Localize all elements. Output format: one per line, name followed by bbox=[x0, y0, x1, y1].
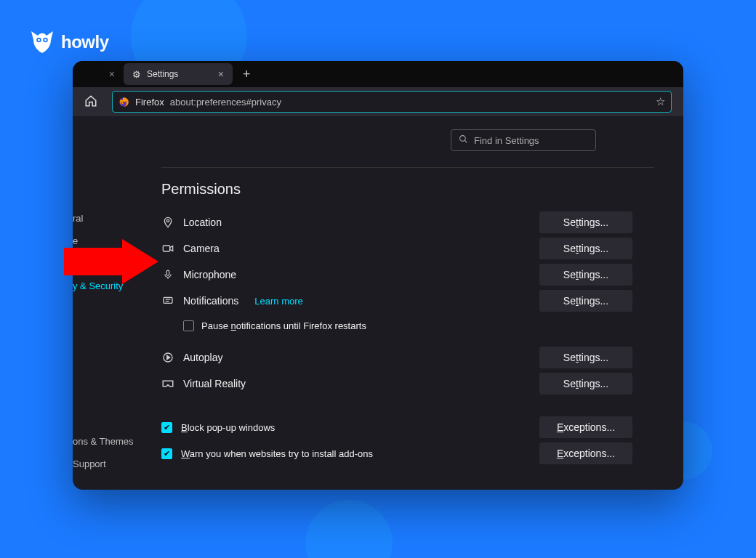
howly-text: howly bbox=[61, 32, 109, 52]
url-prefix: Firefox bbox=[135, 97, 164, 108]
sidebar: ral e h y & Security ons & Themes Suppor… bbox=[73, 116, 125, 490]
warn-addons-row: ✔ Warn you when websites try to install … bbox=[161, 440, 654, 466]
svg-rect-9 bbox=[166, 270, 169, 275]
close-icon[interactable]: × bbox=[109, 68, 115, 80]
sidebar-item-search[interactable]: h bbox=[73, 252, 125, 275]
svg-point-5 bbox=[460, 136, 466, 142]
settings-button-location[interactable]: Settings... bbox=[539, 211, 632, 233]
settings-button-camera[interactable]: Settings... bbox=[539, 238, 632, 259]
tab-settings[interactable]: ⚙ Settings × bbox=[124, 63, 233, 85]
firefox-window: × ⚙ Settings × + Firefox about:preferenc… bbox=[73, 61, 683, 490]
checkbox-label: Warn you when websites try to install ad… bbox=[181, 448, 373, 459]
firefox-icon bbox=[118, 97, 129, 108]
search-input[interactable]: Find in Settings bbox=[451, 129, 596, 151]
perm-label: Autoplay bbox=[183, 352, 222, 363]
section-title: Permissions bbox=[161, 181, 654, 198]
perm-row-camera: Camera Settings... bbox=[161, 235, 654, 262]
sidebar-item-general[interactable]: ral bbox=[73, 207, 125, 230]
url-bar[interactable]: Firefox about:preferences#privacy ☆ bbox=[112, 91, 672, 113]
vr-icon bbox=[161, 379, 174, 389]
pause-notifications-row[interactable]: Pause notifications until Firefox restar… bbox=[161, 314, 654, 337]
divider bbox=[161, 167, 654, 168]
tab-cutoff[interactable]: × bbox=[87, 61, 124, 87]
search-placeholder: Find in Settings bbox=[474, 135, 539, 146]
notifications-icon bbox=[161, 296, 174, 306]
bookmark-star-icon[interactable]: ☆ bbox=[656, 95, 665, 108]
sidebar-item-privacy-security[interactable]: y & Security bbox=[73, 275, 125, 297]
home-icon[interactable] bbox=[84, 94, 97, 110]
search-icon bbox=[459, 134, 468, 146]
checkbox-label: Pause notifications until Firefox restar… bbox=[201, 320, 366, 331]
svg-point-3 bbox=[44, 39, 47, 41]
perm-label: Location bbox=[183, 217, 222, 228]
checkbox-label: Block pop-up windows bbox=[181, 422, 275, 433]
close-icon[interactable]: × bbox=[218, 68, 224, 80]
perm-label: Microphone bbox=[183, 269, 236, 280]
owl-icon bbox=[29, 29, 55, 55]
svg-point-2 bbox=[38, 39, 40, 41]
exceptions-button-addons[interactable]: Exceptions... bbox=[539, 442, 632, 464]
svg-line-6 bbox=[465, 140, 467, 142]
perm-row-vr: Virtual Reality Settings... bbox=[161, 371, 654, 397]
exceptions-button-popups[interactable]: Exceptions... bbox=[539, 416, 632, 438]
content-area: ral e h y & Security ons & Themes Suppor… bbox=[73, 116, 683, 490]
svg-rect-8 bbox=[163, 246, 169, 251]
perm-label: Notifications bbox=[183, 295, 238, 307]
camera-icon bbox=[161, 243, 174, 254]
perm-label: Camera bbox=[183, 243, 220, 254]
gear-icon: ⚙ bbox=[132, 69, 141, 80]
tab-strip: × ⚙ Settings × + bbox=[73, 61, 683, 87]
sidebar-item-support[interactable]: Support bbox=[73, 453, 125, 475]
svg-point-7 bbox=[166, 219, 169, 222]
microphone-icon bbox=[161, 269, 174, 280]
tab-label: Settings bbox=[147, 69, 178, 79]
perm-label: Virtual Reality bbox=[183, 378, 246, 389]
checkbox-unchecked[interactable] bbox=[183, 320, 194, 331]
howly-logo: howly bbox=[29, 29, 109, 55]
main-panel: Find in Settings Permissions Location Se… bbox=[125, 116, 683, 490]
sidebar-item-home[interactable]: e bbox=[73, 230, 125, 252]
perm-row-notifications: Notifications Learn more Settings... bbox=[161, 288, 654, 314]
block-popups-row: ✔ Block pop-up windows Exceptions... bbox=[161, 414, 654, 440]
checkbox-checked[interactable]: ✔ bbox=[161, 422, 172, 433]
perm-row-location: Location Settings... bbox=[161, 209, 654, 235]
toolbar: Firefox about:preferences#privacy ☆ bbox=[73, 87, 683, 116]
perm-row-microphone: Microphone Settings... bbox=[161, 262, 654, 288]
sidebar-item-extensions[interactable]: ons & Themes bbox=[73, 430, 125, 453]
settings-button-notifications[interactable]: Settings... bbox=[539, 290, 632, 312]
checkbox-checked[interactable]: ✔ bbox=[161, 448, 172, 459]
settings-button-microphone[interactable]: Settings... bbox=[539, 264, 632, 286]
learn-more-link[interactable]: Learn more bbox=[254, 296, 302, 307]
url-path: about:preferences#privacy bbox=[170, 97, 281, 108]
settings-button-autoplay[interactable]: Settings... bbox=[539, 347, 632, 368]
perm-row-autoplay: Autoplay Settings... bbox=[161, 344, 654, 371]
autoplay-icon bbox=[161, 352, 174, 363]
location-icon bbox=[161, 217, 174, 228]
svg-rect-10 bbox=[164, 297, 172, 303]
settings-button-vr[interactable]: Settings... bbox=[539, 373, 632, 395]
new-tab-button[interactable]: + bbox=[243, 67, 251, 82]
